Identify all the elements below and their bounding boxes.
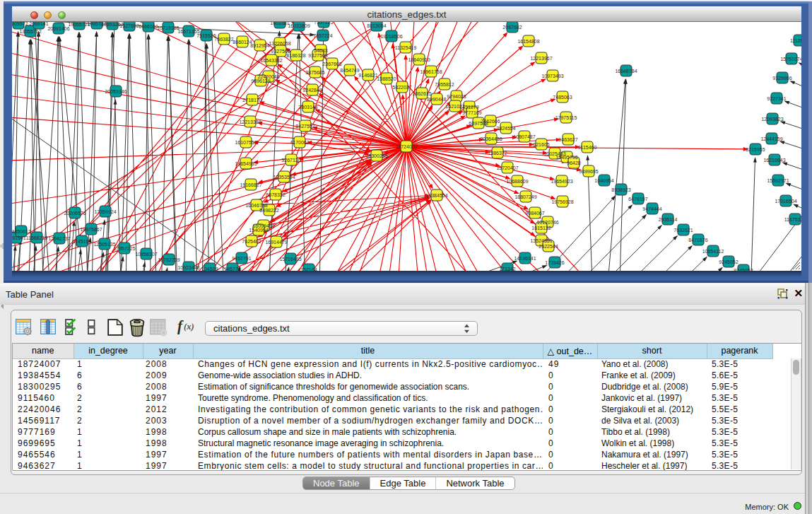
svg-text:7357225: 7357225 — [314, 22, 333, 25]
svg-text:15692971: 15692971 — [767, 178, 789, 183]
svg-text:19384554: 19384554 — [425, 193, 447, 198]
svg-text:19218506: 19218506 — [380, 34, 402, 39]
svg-text:7515526: 7515526 — [196, 33, 216, 38]
svg-text:2069141: 2069141 — [29, 22, 48, 26]
svg-text:f: f — [177, 317, 184, 334]
svg-text:2935114: 2935114 — [659, 217, 678, 222]
svg-text:8912954: 8912954 — [250, 43, 269, 48]
svg-text:10973493: 10973493 — [541, 74, 563, 78]
svg-text:17016504: 17016504 — [775, 199, 796, 204]
svg-text:7632621: 7632621 — [673, 228, 693, 233]
svg-text:9242848: 9242848 — [302, 88, 322, 93]
svg-text:8186328: 8186328 — [286, 53, 305, 58]
svg-text:8471676: 8471676 — [688, 238, 707, 243]
svg-text:11325419: 11325419 — [395, 45, 417, 50]
svg-text:16914479: 16914479 — [265, 240, 287, 245]
svg-text:621605: 621605 — [533, 142, 549, 147]
svg-text:5822037: 5822037 — [392, 85, 411, 90]
svg-text:13226058: 13226058 — [269, 41, 290, 46]
svg-text:18724007: 18724007 — [395, 144, 417, 149]
svg-text:19654985: 19654985 — [235, 161, 257, 166]
svg-text:8427552: 8427552 — [295, 124, 314, 129]
svg-text:15751074: 15751074 — [780, 57, 801, 62]
svg-text:16046788: 16046788 — [245, 203, 267, 208]
svg-text:19654923: 19654923 — [551, 179, 572, 184]
svg-text:9327508: 9327508 — [308, 53, 327, 58]
svg-text:9896129: 9896129 — [251, 78, 270, 83]
svg-text:1640954: 1640954 — [594, 178, 613, 183]
svg-text:13524851: 13524851 — [530, 238, 552, 243]
svg-text:16961758: 16961758 — [420, 69, 442, 74]
svg-text:9245052: 9245052 — [719, 259, 738, 264]
svg-text:7386372: 7386372 — [488, 151, 507, 156]
svg-text:10923448: 10923448 — [177, 265, 199, 270]
svg-text:54683: 54683 — [314, 48, 328, 53]
svg-text:2803144: 2803144 — [298, 105, 317, 110]
svg-text:10719185: 10719185 — [157, 25, 179, 30]
svg-text:15720407: 15720407 — [496, 165, 518, 170]
svg-text:16033809: 16033809 — [288, 23, 310, 28]
svg-text:18640910: 18640910 — [408, 57, 430, 62]
svg-text:1905572: 1905572 — [12, 22, 28, 26]
svg-text:9777169: 9777169 — [462, 110, 481, 115]
svg-text:8215955: 8215955 — [746, 147, 765, 152]
svg-text:5498222: 5498222 — [259, 208, 278, 213]
svg-text:9329966: 9329966 — [772, 76, 792, 81]
svg-text:15716485: 15716485 — [279, 257, 301, 262]
svg-text:10807487: 10807487 — [513, 134, 535, 139]
svg-text:3875685: 3875685 — [305, 70, 324, 75]
svg-text:10958107: 10958107 — [135, 252, 157, 257]
svg-text:16543382: 16543382 — [260, 58, 282, 63]
svg-text:9227341: 9227341 — [767, 96, 786, 101]
svg-text:2522544: 2522544 — [539, 244, 558, 249]
svg-text:7625402: 7625402 — [242, 239, 261, 244]
svg-text:1733426: 1733426 — [545, 260, 564, 265]
svg-text:8813054: 8813054 — [367, 23, 386, 28]
svg-text:20206576: 20206576 — [64, 211, 86, 216]
svg-text:8938923: 8938923 — [611, 187, 630, 192]
svg-text:9115460: 9115460 — [578, 145, 597, 150]
svg-text:16154808: 16154808 — [517, 39, 539, 44]
svg-text:9474444: 9474444 — [642, 206, 661, 211]
svg-text:16107552: 16107552 — [235, 140, 257, 145]
svg-text:1112876: 1112876 — [790, 38, 801, 43]
svg-text:8660124: 8660124 — [233, 40, 252, 45]
svg-text:6479197: 6479197 — [628, 197, 647, 201]
svg-text:1391541: 1391541 — [12, 235, 26, 240]
svg-text:7485063: 7485063 — [553, 95, 572, 100]
svg-text:12213967: 12213967 — [530, 56, 552, 61]
svg-text:1145194: 1145194 — [73, 239, 92, 244]
svg-text:12093823: 12093823 — [761, 117, 783, 122]
svg-text:96428: 96428 — [567, 160, 581, 165]
svg-text:10688609: 10688609 — [506, 179, 528, 184]
svg-text:9463627: 9463627 — [558, 137, 577, 142]
svg-text:3824554: 3824554 — [496, 126, 515, 131]
svg-text:15495796: 15495796 — [555, 155, 577, 160]
svg-text:10120746: 10120746 — [536, 220, 558, 225]
svg-text:3267130: 3267130 — [281, 158, 300, 163]
svg-text:11568219: 11568219 — [26, 235, 48, 240]
svg-text:2087682: 2087682 — [502, 25, 522, 30]
svg-text:19975867: 19975867 — [80, 227, 102, 232]
svg-text:(x): (x) — [184, 322, 194, 332]
svg-text:7663822: 7663822 — [214, 37, 233, 42]
svg-text:6466160: 6466160 — [139, 24, 158, 29]
svg-text:19166827: 19166827 — [240, 182, 261, 187]
svg-text:13055712: 13055712 — [19, 29, 41, 34]
svg-text:17957225: 17957225 — [113, 246, 135, 251]
svg-text:1451279: 1451279 — [459, 105, 478, 110]
svg-text:9899695: 9899695 — [579, 169, 598, 174]
svg-text:14136141: 14136141 — [514, 256, 536, 261]
svg-text:1362615: 1362615 — [412, 91, 431, 96]
svg-text:1540994: 1540994 — [249, 228, 268, 233]
svg-text:9794028: 9794028 — [447, 94, 466, 99]
svg-text:16782759: 16782759 — [158, 257, 180, 262]
svg-text:8454749: 8454749 — [340, 68, 359, 73]
svg-text:12505135: 12505135 — [93, 242, 115, 247]
svg-text:8990448: 8990448 — [427, 97, 446, 102]
svg-text:4350612: 4350612 — [12, 229, 31, 234]
svg-text:7462666: 7462666 — [481, 119, 500, 124]
svg-text:12942737: 12942737 — [48, 236, 70, 241]
svg-text:1615132: 1615132 — [531, 226, 551, 230]
svg-text:12213389: 12213389 — [239, 119, 261, 124]
